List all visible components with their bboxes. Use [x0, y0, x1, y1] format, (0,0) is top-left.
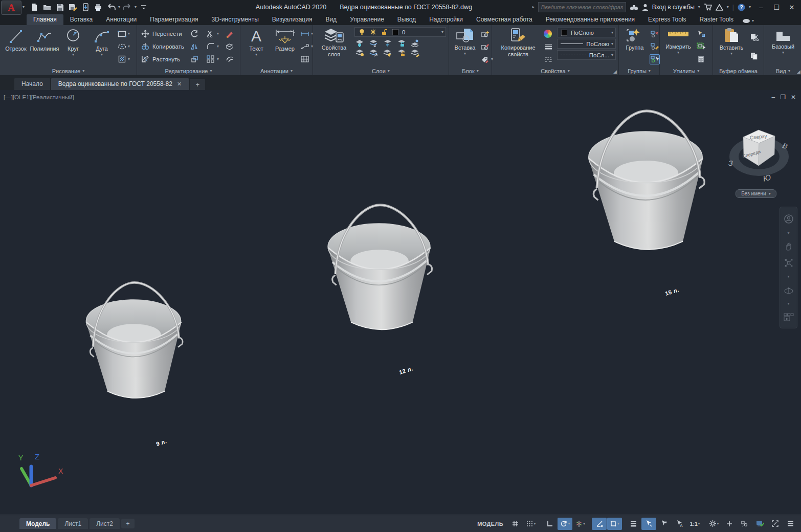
layer-color-swatch[interactable]: [391, 28, 400, 36]
ortho-toggle[interactable]: [542, 518, 557, 530]
nav-orbit-icon[interactable]: [784, 286, 794, 295]
viewcube[interactable]: З В Ю Сверху Спереди: [726, 122, 796, 186]
layer-properties-button[interactable]: Свойства слоя: [316, 27, 352, 66]
signin-caret-icon[interactable]: ▾: [698, 5, 700, 9]
measure-button[interactable]: Измерить ▾: [662, 27, 694, 66]
layer-match-icon[interactable]: [355, 49, 365, 57]
ribbon-options[interactable]: ▾: [740, 18, 759, 25]
rectangle-tool-button[interactable]: ▾: [117, 29, 134, 38]
panel-layers-title[interactable]: Слои▾: [313, 66, 449, 75]
quick-select-button[interactable]: [696, 29, 709, 38]
base-view-button[interactable]: Базовый ▾: [770, 27, 796, 66]
annotation-scale-button[interactable]: A: [672, 518, 687, 530]
maximize-button[interactable]: ☐: [769, 2, 784, 13]
quick-calc-button[interactable]: [696, 55, 709, 64]
paste-button[interactable]: Вставить ▾: [716, 27, 747, 66]
move-button[interactable]: Перенести: [140, 28, 188, 39]
model-space-label[interactable]: МОДЕЛЬ: [477, 521, 503, 527]
annotation-monitor-button[interactable]: [722, 518, 737, 530]
line-button[interactable]: Отрезок: [3, 27, 29, 66]
customization-menu-button[interactable]: [783, 518, 798, 530]
layer-prev-icon[interactable]: [369, 49, 379, 57]
layer-merge-icon[interactable]: [411, 49, 420, 57]
layer-on-bulb-icon[interactable]: [357, 28, 366, 36]
arc-caret-icon[interactable]: ▾: [101, 53, 103, 57]
help-icon[interactable]: ?: [738, 4, 745, 11]
ribbon-tab-vyvod[interactable]: Вывод: [391, 14, 422, 25]
group-selection-toggle[interactable]: [650, 55, 659, 64]
panel-utilities-title[interactable]: Утилиты▾: [660, 66, 713, 75]
search-binoculars-icon[interactable]: [630, 4, 638, 11]
layer-sun-icon[interactable]: [368, 28, 377, 36]
hatch-tool-button[interactable]: ▾: [117, 55, 134, 64]
leader-button[interactable]: ▾: [300, 42, 313, 51]
text-caret-icon[interactable]: ▾: [255, 53, 257, 57]
app-store-cart-icon[interactable]: [704, 4, 712, 11]
ribbon-tab-glavnaya[interactable]: Главная: [27, 14, 63, 25]
insert-caret-icon[interactable]: ▾: [464, 52, 466, 56]
open-file-icon[interactable]: [41, 2, 53, 12]
ribbon-tab-annotacii[interactable]: Аннотации: [99, 14, 143, 25]
drawing-canvas[interactable]: [—][OLE1][Реалистичный] – ❐ ✕ 9 л. 12 л.…: [0, 90, 801, 515]
layer-dropdown-caret-icon[interactable]: ▾: [441, 30, 443, 34]
viewport-controls-label[interactable]: [—][OLE1][Реалистичный]: [4, 94, 74, 100]
layout-tab-model[interactable]: Модель: [19, 518, 56, 529]
layer-freeze-icon[interactable]: [383, 39, 392, 47]
graphics-performance-button[interactable]: [752, 518, 767, 530]
undo-icon[interactable]: [105, 2, 117, 12]
cut-button[interactable]: [749, 33, 761, 42]
circle-caret-icon[interactable]: ▾: [72, 53, 74, 57]
undo-caret-icon[interactable]: ▾: [118, 5, 120, 9]
layout-tab-list1[interactable]: Лист1: [58, 518, 88, 529]
ribbon-tab-upravlenie[interactable]: Управление: [343, 14, 391, 25]
isolate-objects-button[interactable]: [737, 518, 752, 530]
close-button[interactable]: ✕: [785, 2, 799, 13]
explode-button[interactable]: [225, 42, 237, 51]
panel-annotation-title[interactable]: Аннотации▾: [240, 66, 313, 75]
a360-caret-icon[interactable]: ▾: [727, 5, 729, 9]
ucs-icon[interactable]: Y Z X: [9, 451, 66, 495]
new-file-icon[interactable]: [29, 2, 40, 12]
ribbon-tab-3d[interactable]: 3D-инструменты: [205, 14, 265, 25]
erase-button[interactable]: [225, 29, 237, 38]
nav-zoom-caret-icon[interactable]: ▾: [787, 275, 789, 279]
dimension-button[interactable]: Размер: [272, 27, 298, 66]
layer-thaw-icon[interactable]: [383, 49, 392, 57]
dim-linear-button[interactable]: ▾: [300, 29, 313, 38]
ribbon-tab-raster[interactable]: Raster Tools: [693, 14, 740, 25]
clean-screen-button[interactable]: [768, 518, 783, 530]
isodraft-toggle[interactable]: ▾: [573, 518, 588, 530]
ribbon-tab-vstavka[interactable]: Вставка: [63, 14, 100, 25]
fillet-button[interactable]: ▾: [206, 42, 223, 51]
match-properties-button[interactable]: Копирование свойств: [495, 27, 542, 66]
linetype-dropdown[interactable]: ПоСл... ▾: [557, 50, 616, 60]
navigation-bar[interactable]: ▾ ▾ ▾: [780, 207, 797, 328]
lineweight-toggle[interactable]: [626, 518, 641, 530]
panel-draw-title[interactable]: Рисование▾: [0, 66, 137, 75]
paste-caret-icon[interactable]: ▾: [730, 52, 732, 56]
help-caret-icon[interactable]: ▾: [749, 5, 751, 9]
linetype-list-icon[interactable]: [544, 55, 555, 64]
nav-wheel-icon[interactable]: [784, 214, 794, 224]
bucket-12l-model[interactable]: [318, 200, 440, 345]
redo-icon[interactable]: [122, 2, 133, 12]
lineweight-list-icon[interactable]: [544, 42, 555, 51]
snap-toggle[interactable]: ▾: [523, 518, 538, 530]
layout-tab-list2[interactable]: Лист2: [90, 518, 120, 529]
select-similar-button[interactable]: [696, 42, 709, 51]
lineweight-dropdown[interactable]: ПоСлою ▾: [557, 39, 616, 49]
offset-button[interactable]: [225, 55, 237, 64]
bucket-15l-model[interactable]: [577, 105, 714, 267]
rotate-button[interactable]: [190, 29, 204, 38]
panel-block-title[interactable]: Блок▾: [449, 66, 492, 75]
qat-customize-icon[interactable]: [138, 2, 149, 12]
new-layout-button[interactable]: +: [121, 519, 135, 528]
layer-isolate-icon[interactable]: [355, 39, 365, 47]
layer-unisolate-icon[interactable]: [369, 39, 379, 47]
object-color-dropdown[interactable]: ПоСлою ▾: [557, 28, 616, 37]
layer-make-current-icon[interactable]: [411, 39, 420, 47]
autocad-logo[interactable]: A: [1, 1, 21, 15]
layer-unlock2-icon[interactable]: [397, 49, 406, 57]
circle-button[interactable]: Круг ▾: [60, 27, 86, 66]
viewport-minimize-icon[interactable]: –: [771, 94, 775, 101]
